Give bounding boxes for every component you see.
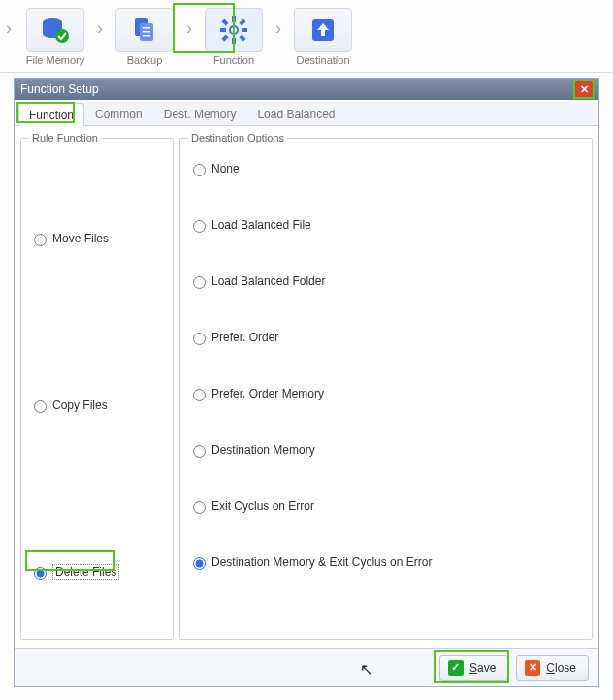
upload-icon xyxy=(309,16,337,44)
svg-rect-5 xyxy=(143,31,150,33)
radio-input[interactable] xyxy=(193,501,206,514)
svg-rect-11 xyxy=(242,28,247,32)
radio-label: Exit Cyclus on Error xyxy=(211,499,314,513)
radio-label: Destination Memory xyxy=(211,443,315,457)
svg-rect-12 xyxy=(221,18,228,25)
radio-label: Prefer. Order Memory xyxy=(211,387,324,400)
svg-rect-8 xyxy=(232,16,236,22)
svg-rect-14 xyxy=(221,34,228,41)
radio-dest-exit[interactable]: Exit Cyclus on Error xyxy=(188,498,584,514)
wizard-step-function[interactable]: Function xyxy=(198,8,270,66)
tab-common[interactable]: Common xyxy=(84,102,153,125)
radio-input[interactable] xyxy=(193,164,206,176)
wizard-step-label: Function xyxy=(198,54,270,66)
chevron-right-icon: › xyxy=(275,18,281,39)
radio-input[interactable] xyxy=(193,389,206,401)
svg-rect-9 xyxy=(232,38,236,44)
dialog-title: Function Setup xyxy=(20,82,99,96)
radio-dest-pref[interactable]: Prefer. Order xyxy=(188,330,584,345)
radio-label: Copy Files xyxy=(52,398,108,412)
highlight-box xyxy=(573,80,595,99)
destination-options-group: Destination Options None Load Balanced F… xyxy=(179,132,593,640)
svg-rect-4 xyxy=(143,27,150,29)
copy-icon xyxy=(131,16,158,44)
radio-label: Prefer. Order xyxy=(211,331,278,344)
gear-icon xyxy=(219,16,248,45)
svg-rect-10 xyxy=(220,28,226,32)
radio-move-files[interactable]: Move Files xyxy=(29,231,165,246)
radio-input[interactable] xyxy=(193,276,206,289)
dialog-tabs: Function Common Dest. Memory Load Balanc… xyxy=(15,102,598,126)
close-button[interactable]: ✕ Close xyxy=(516,655,589,681)
save-button-label: Save xyxy=(469,661,496,675)
tab-load-balanced[interactable]: Load Balanced xyxy=(246,102,345,125)
radio-label: Load Balanced File xyxy=(211,218,311,232)
svg-rect-15 xyxy=(239,34,245,41)
radio-label: Destination Memory & Exit Cyclus on Erro… xyxy=(211,556,432,569)
tab-dest-memory[interactable]: Dest. Memory xyxy=(153,102,247,125)
radio-input[interactable] xyxy=(193,333,206,345)
radio-delete-files[interactable]: Delete Files xyxy=(29,564,165,580)
radio-label: Delete Files xyxy=(52,564,119,580)
function-setup-dialog: Function Setup Function Common Dest. Mem… xyxy=(14,78,599,687)
wizard-step-file-memory[interactable]: File Memory xyxy=(19,8,91,66)
dialog-titlebar[interactable]: Function Setup xyxy=(15,79,598,100)
radio-input[interactable] xyxy=(193,445,206,458)
radio-label: Load Balanced Folder xyxy=(211,274,325,288)
radio-dest-dmem-exit[interactable]: Destination Memory & Exit Cyclus on Erro… xyxy=(188,555,584,570)
radio-input[interactable] xyxy=(34,567,47,580)
dialog-close-button[interactable] xyxy=(575,81,593,97)
radio-dest-lbf[interactable]: Load Balanced File xyxy=(188,217,584,233)
close-icon: ✕ xyxy=(525,660,540,676)
radio-dest-prefm[interactable]: Prefer. Order Memory xyxy=(188,386,584,401)
radio-dest-none[interactable]: None xyxy=(188,161,584,176)
chevron-right-icon: › xyxy=(186,18,192,39)
svg-point-16 xyxy=(231,27,237,33)
check-icon: ✓ xyxy=(448,660,464,676)
wizard-bar: › File Memory › Backup › Function › Dest… xyxy=(0,0,613,73)
radio-input[interactable] xyxy=(34,234,47,246)
radio-dest-lbd[interactable]: Load Balanced Folder xyxy=(188,273,584,289)
wizard-step-backup[interactable]: Backup xyxy=(109,8,180,66)
dialog-footer: ✓ Save ✕ Close ↖ xyxy=(15,648,598,686)
radio-label: Move Files xyxy=(52,232,109,245)
wizard-step-label: File Memory xyxy=(19,54,91,66)
radio-input[interactable] xyxy=(193,557,206,570)
rule-function-legend: Rule Function xyxy=(29,132,101,143)
radio-input[interactable] xyxy=(193,220,206,233)
radio-dest-dmem[interactable]: Destination Memory xyxy=(188,442,584,458)
wizard-step-label: Destination xyxy=(287,54,359,66)
svg-rect-6 xyxy=(143,35,150,37)
wizard-step-destination[interactable]: Destination xyxy=(287,8,359,66)
wizard-step-label: Backup xyxy=(109,54,180,66)
cursor-icon: ↖ xyxy=(360,660,372,679)
close-button-label: Close xyxy=(546,661,576,675)
radio-label: None xyxy=(211,162,240,175)
save-button[interactable]: ✓ Save xyxy=(439,655,508,681)
chevron-right-icon: › xyxy=(6,18,12,39)
database-check-icon xyxy=(41,16,70,44)
destination-options-legend: Destination Options xyxy=(188,132,287,143)
rule-function-group: Rule Function Move Files Copy Files Dele… xyxy=(20,132,174,640)
tab-function[interactable]: Function xyxy=(18,103,84,126)
svg-point-1 xyxy=(55,29,69,43)
radio-input[interactable] xyxy=(34,400,47,413)
svg-rect-13 xyxy=(239,18,245,25)
chevron-right-icon: › xyxy=(97,18,103,39)
radio-copy-files[interactable]: Copy Files xyxy=(29,398,165,413)
